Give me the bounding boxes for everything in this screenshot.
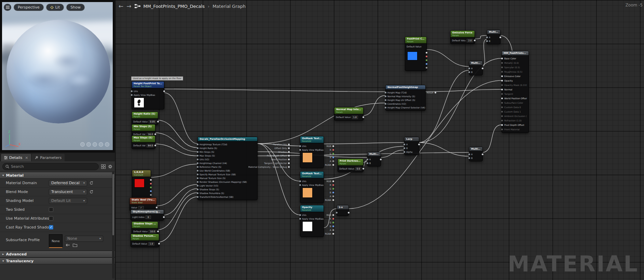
input-pin[interactable]	[197, 159, 198, 160]
output-pin[interactable]	[418, 144, 420, 145]
input-pin[interactable]	[197, 162, 198, 164]
settings-gear-icon[interactable]	[108, 164, 112, 169]
output-pin[interactable]	[288, 151, 290, 153]
value-box[interactable]: 1.0	[352, 116, 358, 119]
input-pin[interactable]	[299, 180, 301, 182]
input-pin[interactable]	[367, 159, 368, 160]
input-pin[interactable]	[501, 80, 503, 82]
output-pin[interactable]	[332, 160, 334, 162]
input-pin[interactable]	[501, 58, 503, 59]
output-pin[interactable]	[332, 225, 334, 227]
output-pin[interactable]	[150, 190, 152, 192]
input-pin[interactable]	[197, 155, 198, 157]
output-pin[interactable]	[332, 164, 334, 166]
value-box[interactable]: 0.0	[355, 167, 361, 171]
tab-details[interactable]: Details ×	[1, 154, 31, 161]
value-box[interactable]: 1.0	[148, 242, 154, 246]
input-pin[interactable]	[501, 67, 503, 68]
material-domain-dropdown[interactable]: Deferred Decal▾	[49, 180, 87, 186]
input-pin[interactable]	[501, 89, 503, 90]
output-pin[interactable]	[332, 180, 334, 182]
input-pin[interactable]	[501, 120, 503, 121]
input-pin[interactable]	[299, 214, 301, 216]
input-pin[interactable]	[468, 157, 470, 159]
output-pin[interactable]	[154, 145, 156, 146]
view-options-icon[interactable]	[101, 164, 106, 169]
input-pin[interactable]	[385, 99, 386, 101]
input-pin[interactable]	[403, 151, 405, 153]
value-box[interactable]: ✓	[138, 206, 144, 209]
node-final-material[interactable]: MM_FootPrints_PMO_DecalsBase ColorMetall…	[502, 51, 529, 133]
blend-mode-dropdown[interactable]: Translucent▾	[49, 189, 87, 195]
node-static-bool[interactable]: Static Bool (True)Static BoolValue✓	[129, 197, 157, 211]
input-pin[interactable]	[501, 84, 503, 86]
viewport-menu-button[interactable]	[4, 4, 11, 11]
node-lerp[interactable]: LerpABAlpha	[404, 137, 419, 155]
node-opacity-texture[interactable]: OpacityParam2dUVsApply View MipBiasRGBRG…	[300, 205, 324, 237]
use-selected-asset-icon[interactable]	[66, 243, 70, 247]
output-pin[interactable]	[150, 187, 152, 188]
output-pin[interactable]	[332, 218, 334, 220]
input-pin[interactable]	[385, 103, 386, 105]
input-pin[interactable]	[197, 185, 198, 187]
section-translucency-header[interactable]: ▾ Translucency	[0, 257, 115, 264]
node-pom[interactable]: Decals_ParallaxOcclusionMappingHeightmap…	[197, 137, 258, 200]
output-pin[interactable]	[426, 56, 427, 57]
output-pin[interactable]	[150, 179, 152, 181]
node-print-darkness[interactable]: Print Darkness (S)ParamDefault Value0.0	[338, 159, 364, 172]
preview-viewport[interactable]: Perspective Lit Show Z	[0, 0, 115, 152]
value-box[interactable]: 2.0	[467, 39, 473, 42]
input-pin[interactable]	[197, 181, 198, 183]
output-pin[interactable]	[332, 199, 334, 201]
output-pin[interactable]	[163, 216, 165, 218]
input-pin[interactable]	[468, 71, 470, 73]
output-pin[interactable]	[426, 63, 427, 65]
input-pin[interactable]	[197, 174, 198, 175]
output-pin[interactable]	[474, 40, 476, 41]
input-pin[interactable]	[468, 153, 470, 155]
input-pin[interactable]	[501, 124, 503, 126]
node-constant-red[interactable]: 1,0,0,0Constant	[132, 170, 151, 198]
output-pin[interactable]	[332, 233, 334, 235]
output-pin[interactable]	[426, 52, 427, 54]
reset-to-default-icon[interactable]	[90, 181, 93, 185]
output-pin[interactable]	[157, 231, 159, 232]
input-pin[interactable]	[336, 212, 338, 213]
close-tab-icon[interactable]: ×	[25, 156, 28, 160]
details-scrollbar-thumb[interactable]	[112, 174, 114, 235]
output-pin[interactable]	[348, 212, 350, 213]
output-pin[interactable]	[332, 214, 334, 216]
input-pin[interactable]	[131, 90, 133, 92]
input-pin[interactable]	[197, 196, 198, 198]
input-pin[interactable]	[501, 115, 503, 117]
output-pin[interactable]	[288, 144, 290, 145]
node-multiply-pdo[interactable]: MultiplyAB	[469, 147, 483, 161]
output-pin[interactable]	[332, 184, 334, 186]
output-pin[interactable]	[482, 68, 483, 69]
output-pin[interactable]	[482, 153, 483, 155]
cast-ray-traced-shadows-checkbox[interactable]	[49, 225, 53, 230]
subsurface-profile-thumbnail[interactable]: None	[49, 234, 63, 248]
output-pin[interactable]	[332, 188, 334, 190]
perspective-button[interactable]: Perspective	[14, 4, 44, 11]
input-pin[interactable]	[299, 218, 301, 220]
input-pin[interactable]	[197, 189, 198, 190]
output-pin[interactable]	[288, 147, 290, 149]
input-pin[interactable]	[197, 147, 198, 149]
input-pin[interactable]	[197, 177, 198, 179]
input-pin[interactable]	[486, 40, 488, 42]
output-pin[interactable]	[163, 90, 165, 92]
node-onmask-texture-shadow-color[interactable]: OnMask Texture Shadow ColorParam2dUVsApp…	[300, 171, 324, 203]
breadcrumb-material-name[interactable]: MM_FootPrints_PMO_Decals	[143, 4, 205, 9]
viewport-control-icon[interactable]	[86, 142, 91, 147]
node-emissive-force[interactable]: Emissive ForceParamDefault Value2.0	[450, 30, 475, 44]
viewport-control-icon[interactable]	[99, 142, 103, 147]
graph-comment[interactable]: Used as a height mask to apply on the fl…	[131, 76, 183, 80]
node-one-minus[interactable]: 1-x	[337, 205, 349, 216]
output-pin[interactable]	[156, 207, 157, 208]
section-advanced-header[interactable]: ▸ Advanced	[0, 251, 115, 257]
input-pin[interactable]	[501, 98, 503, 99]
node-multiply-emissive-a[interactable]: MultiplyAB	[487, 30, 501, 44]
output-pin[interactable]	[332, 195, 334, 197]
viewport-control-icon[interactable]	[80, 142, 85, 147]
